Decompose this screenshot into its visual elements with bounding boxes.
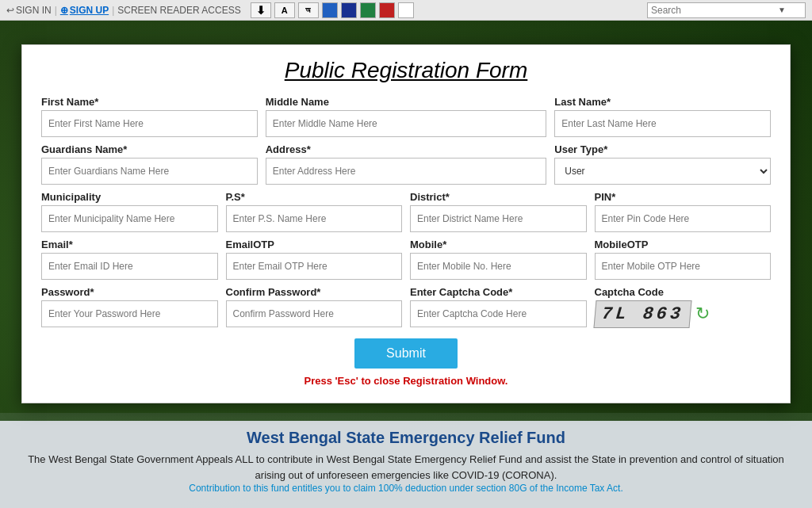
pin-input[interactable] bbox=[595, 205, 772, 232]
municipality-label: Municipality bbox=[41, 191, 218, 203]
download-icon-btn[interactable]: ⬇ bbox=[251, 2, 271, 18]
email-otp-input[interactable] bbox=[226, 253, 403, 280]
email-group: Email* bbox=[41, 239, 218, 280]
ps-group: P.S* bbox=[226, 191, 403, 232]
captcha-code-group: Enter Captcha Code* bbox=[410, 286, 587, 327]
registration-modal: Public Registration Form First Name* Mid… bbox=[21, 44, 791, 403]
captcha-display-label: Captcha Code bbox=[595, 286, 772, 298]
submit-button[interactable]: Submit bbox=[354, 338, 458, 369]
captcha-code-label: Enter Captcha Code* bbox=[410, 286, 587, 298]
district-group: District* bbox=[410, 191, 587, 232]
captcha-display-group: Captcha Code 7L 863 ↻ bbox=[595, 286, 772, 327]
top-navigation-bar: ↩ SIGN IN | ⊕ SIGN UP | SCREEN READER AC… bbox=[0, 0, 812, 21]
signup-circle-icon: ⊕ bbox=[60, 5, 68, 16]
email-input[interactable] bbox=[41, 253, 218, 280]
confirm-password-label: Confirm Password* bbox=[226, 286, 403, 298]
color-bw-btn[interactable] bbox=[398, 2, 414, 18]
modal-overlay: Public Registration Form First Name* Mid… bbox=[0, 21, 812, 508]
email-otp-group: EmailOTP bbox=[226, 239, 403, 280]
district-label: District* bbox=[410, 191, 587, 203]
guardians-name-group: Guardians Name* bbox=[41, 143, 258, 185]
mobile-otp-input[interactable] bbox=[595, 253, 772, 280]
background-area: West Bengal State Emergency Relief Fund … bbox=[0, 21, 812, 508]
email-label: Email* bbox=[41, 239, 218, 250]
color-green-btn[interactable] bbox=[360, 2, 376, 18]
color-dark-blue-btn[interactable] bbox=[341, 2, 357, 18]
sign-in-label[interactable]: SIGN IN bbox=[16, 5, 52, 16]
separator: | bbox=[55, 5, 57, 16]
mobile-input[interactable] bbox=[410, 253, 587, 280]
last-name-input[interactable] bbox=[554, 110, 771, 137]
ps-input[interactable] bbox=[226, 205, 403, 232]
submit-row: Submit bbox=[41, 338, 771, 369]
municipality-input[interactable] bbox=[41, 205, 218, 232]
address-group: Address* bbox=[266, 143, 547, 185]
confirm-password-group: Confirm Password* bbox=[226, 286, 403, 327]
middle-name-group: Middle Name bbox=[266, 96, 547, 137]
guardians-name-label: Guardians Name* bbox=[41, 143, 258, 155]
confirm-password-input[interactable] bbox=[226, 300, 403, 327]
first-name-label: First Name* bbox=[41, 96, 258, 108]
user-type-group: User Type* User Admin Other bbox=[554, 143, 771, 185]
font-size-icon-btn[interactable]: A bbox=[274, 2, 295, 18]
municipality-group: Municipality bbox=[41, 191, 218, 232]
last-name-label: Last Name* bbox=[554, 96, 771, 108]
sign-in-link[interactable]: ↩ SIGN IN bbox=[6, 5, 52, 16]
first-name-group: First Name* bbox=[41, 96, 258, 137]
user-type-label: User Type* bbox=[554, 143, 771, 155]
mobile-otp-group: MobileOTP bbox=[595, 239, 772, 280]
top-bar-left-section: ↩ SIGN IN | ⊕ SIGN UP | SCREEN READER AC… bbox=[6, 5, 241, 16]
pin-group: PIN* bbox=[595, 191, 772, 232]
mobile-label: Mobile* bbox=[410, 239, 587, 250]
address-label: Address* bbox=[266, 143, 547, 155]
search-dropdown-icon[interactable]: ▼ bbox=[778, 6, 786, 14]
sign-up-link[interactable]: ⊕ SIGN UP bbox=[60, 5, 109, 16]
ps-label: P.S* bbox=[226, 191, 403, 203]
email-otp-label: EmailOTP bbox=[226, 239, 403, 250]
screen-reader-link[interactable]: SCREEN READER ACCESS bbox=[117, 5, 240, 16]
first-name-input[interactable] bbox=[41, 110, 258, 137]
color-red-btn[interactable] bbox=[379, 2, 395, 18]
mobile-group: Mobile* bbox=[410, 239, 587, 280]
captcha-image: 7L 863 bbox=[593, 300, 691, 328]
password-group: Password* bbox=[41, 286, 218, 327]
esc-instruction: Press 'Esc' to close Registration Window… bbox=[41, 375, 771, 387]
address-input[interactable] bbox=[266, 158, 547, 185]
toolbar-icons: ⬇ A অ bbox=[251, 2, 414, 18]
modal-title: Public Registration Form bbox=[41, 58, 771, 83]
separator2: | bbox=[112, 5, 114, 16]
captcha-refresh-icon[interactable]: ↻ bbox=[695, 304, 710, 324]
middle-name-input[interactable] bbox=[266, 110, 547, 137]
last-name-group: Last Name* bbox=[554, 96, 771, 137]
password-label: Password* bbox=[41, 286, 218, 298]
user-type-select[interactable]: User Admin Other bbox=[554, 158, 771, 185]
captcha-display: 7L 863 ↻ bbox=[595, 300, 772, 327]
search-box: ▼ bbox=[647, 2, 806, 18]
district-input[interactable] bbox=[410, 205, 587, 232]
captcha-code-input[interactable] bbox=[410, 300, 587, 327]
password-input[interactable] bbox=[41, 300, 218, 327]
search-input[interactable] bbox=[651, 5, 778, 16]
guardians-name-input[interactable] bbox=[41, 158, 258, 185]
language-icon-btn[interactable]: অ bbox=[298, 2, 319, 18]
pin-label: PIN* bbox=[595, 191, 772, 203]
color-blue-btn[interactable] bbox=[322, 2, 338, 18]
signin-arrow-icon: ↩ bbox=[6, 5, 14, 16]
mobile-otp-label: MobileOTP bbox=[595, 239, 772, 250]
middle-name-label: Middle Name bbox=[266, 96, 547, 108]
sign-up-label[interactable]: SIGN UP bbox=[70, 5, 109, 16]
